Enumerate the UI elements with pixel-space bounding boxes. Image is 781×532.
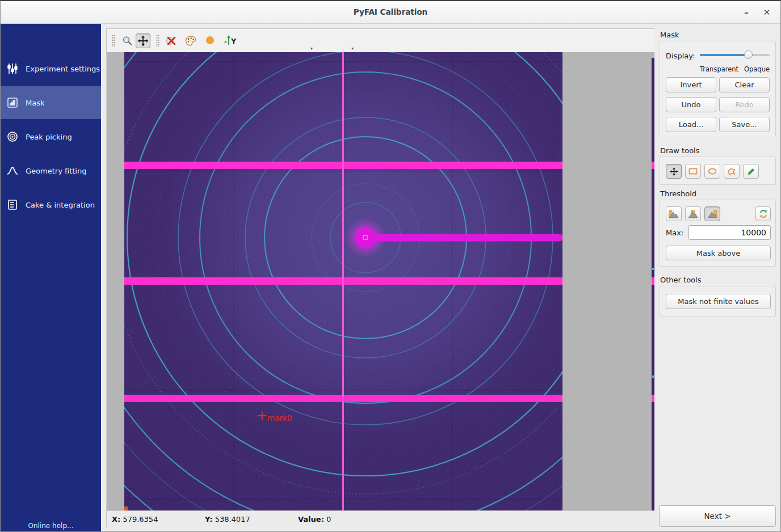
mask-above-threshold-button[interactable] [704, 206, 720, 221]
sidebar-item-label: Cake & integration [26, 201, 95, 209]
sidebar-item-peak-picking[interactable]: Peak picking [1, 120, 101, 153]
mask-sidebar: Mask Display: Transparent Opaque Invert … [659, 28, 777, 527]
y-value: 538.4017 [215, 515, 250, 523]
colormap-button[interactable] [183, 33, 198, 48]
y-axis-orientation-button[interactable]: a Y ▾ [223, 33, 238, 48]
titlebar: PyFAI Calibration – ✕ [1, 1, 780, 24]
undo-button[interactable]: Undo [666, 97, 716, 112]
threshold-refresh-button[interactable] [755, 206, 771, 221]
image-corner-mark [124, 506, 128, 510]
x-label: X: [112, 515, 120, 523]
pan-tool-button[interactable] [136, 33, 150, 48]
online-help-link[interactable]: Online help... [1, 522, 101, 530]
threshold-title: Threshold [660, 189, 696, 198]
pan-icon [670, 167, 678, 176]
value-label: Value: [298, 515, 324, 523]
mask-group: Display: Transparent Opaque Invert Clear… [660, 41, 776, 137]
sliders-icon [6, 62, 19, 75]
mask-above-icon [707, 210, 717, 218]
max-label: Max: [666, 229, 683, 237]
mask-not-finite-button[interactable]: Mask not finite values [666, 294, 771, 309]
plot-canvas[interactable]: mark0 [107, 52, 654, 510]
next-button[interactable]: Next > [659, 505, 776, 527]
diffraction-image[interactable]: mark0 [124, 52, 562, 510]
ellipse-icon [708, 167, 717, 175]
polygon-icon [727, 167, 736, 176]
zoom-tool-button[interactable] [120, 33, 135, 48]
peak-curve-icon [6, 164, 19, 177]
close-button[interactable]: ✕ [759, 5, 775, 20]
sidebar-item-label: Experiment settings [26, 65, 100, 73]
mask-above-button[interactable]: Mask above [666, 246, 771, 260]
pencil-icon [746, 167, 755, 176]
other-tools-title: Other tools [660, 276, 701, 284]
colormap-palette-icon [184, 35, 197, 47]
svg-text:a: a [224, 40, 226, 44]
sidebar-item-label: Mask [26, 99, 44, 107]
statusbar: X: 579.6354 Y: 538.4017 Value: 0 [107, 510, 654, 527]
document-lines-icon [6, 199, 19, 211]
sidebar-item-experiment-settings[interactable]: Experiment settings [1, 52, 101, 85]
y-label: Y: [205, 515, 212, 523]
clear-button[interactable]: Clear [719, 77, 770, 92]
mask-between-button[interactable] [685, 206, 701, 221]
mask-below-button[interactable] [666, 206, 682, 221]
load-button[interactable]: Load... [666, 117, 716, 132]
transparent-label: Transparent [700, 65, 738, 73]
threshold-group: Max: Mask above [660, 200, 776, 267]
mask-icon [6, 96, 19, 109]
draw-pan-button[interactable] [666, 164, 682, 179]
clear-crosshair-icon [165, 35, 178, 47]
peak-marker-label: mark0 [267, 413, 292, 423]
opaque-label: Opaque [744, 65, 770, 73]
sidebar-item-label: Peak picking [26, 133, 72, 141]
mask-between-icon [688, 210, 698, 218]
image-edge-sliver [652, 58, 654, 510]
dropdown-caret-icon: ▾ [310, 46, 313, 51]
draw-pencil-button[interactable] [743, 164, 759, 179]
refresh-icon [759, 209, 768, 218]
mask-section-title: Mask [660, 31, 679, 39]
mask-color-button[interactable]: ▾ [203, 33, 217, 48]
x-value: 579.6354 [123, 515, 158, 523]
draw-polygon-button[interactable] [724, 164, 740, 179]
sidebar-item-mask[interactable]: Mask [1, 86, 101, 119]
max-input[interactable] [688, 225, 771, 240]
mask-color-icon [204, 35, 216, 47]
clear-crosshair-button[interactable] [164, 33, 179, 48]
rectangle-icon [688, 167, 698, 175]
draw-rectangle-button[interactable] [685, 164, 701, 179]
window-title: PyFAI Calibration [1, 7, 780, 16]
concentric-rings-icon [6, 130, 19, 143]
y-axis-orientation-icon: a Y [224, 35, 237, 47]
redo-button[interactable]: Redo [719, 97, 770, 112]
sidebar-item-label: Geometry fitting [26, 167, 86, 175]
save-button[interactable]: Save... [719, 117, 770, 132]
app-window: PyFAI Calibration – ✕ Experiment setting… [0, 0, 781, 532]
invert-button[interactable]: Invert [666, 77, 716, 92]
draw-ellipse-button[interactable] [704, 164, 720, 179]
other-tools-group: Mask not finite values [660, 286, 776, 316]
draw-tools-group [660, 157, 776, 185]
slider-handle[interactable] [744, 50, 753, 59]
draw-tools-title: Draw tools [660, 146, 699, 155]
plot-panel: ▾ a Y ▾ [106, 28, 654, 527]
mask-below-icon [669, 210, 679, 218]
mask-opacity-slider[interactable] [700, 49, 770, 61]
pan-icon [137, 35, 149, 47]
sidebar-item-cake-integration[interactable]: Cake & integration [1, 188, 101, 221]
sidebar-item-geometry-fitting[interactable]: Geometry fitting [1, 154, 101, 187]
zoom-icon [121, 35, 133, 47]
display-label: Display: [666, 52, 695, 60]
value-value: 0 [326, 515, 331, 523]
toolbar-grip[interactable] [156, 35, 159, 47]
svg-text:Y: Y [230, 37, 237, 45]
plot-toolbar: ▾ a Y ▾ [107, 29, 654, 52]
minimize-button[interactable]: – [738, 5, 754, 20]
dropdown-caret-icon: ▾ [351, 46, 354, 51]
sidebar: Experiment settings Mask Peak picking Ge… [1, 24, 101, 532]
toolbar-grip[interactable] [112, 35, 115, 47]
